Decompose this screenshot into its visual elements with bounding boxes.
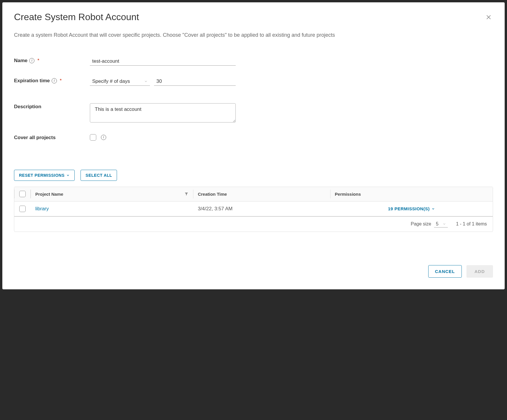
cover-all-input-cell: i (90, 134, 106, 141)
project-link[interactable]: library (35, 206, 49, 212)
chevron-down-icon (66, 174, 70, 177)
page-size-value: 5 (436, 221, 438, 227)
name-input-cell (90, 57, 236, 66)
description-input-cell: This is a test account (90, 103, 236, 123)
name-label-cell: Name i * (14, 57, 90, 64)
form-row-name: Name i * (14, 57, 493, 66)
info-icon[interactable]: i (52, 78, 57, 83)
expiration-type-select[interactable]: Specify # of days (90, 77, 150, 86)
table-row: library 3/4/22, 3:57 AM 19 PERMISSION(S) (14, 202, 493, 217)
modal-footer: CANCEL ADD (14, 253, 493, 278)
chevron-down-icon (443, 222, 446, 226)
header-checkbox-cell (14, 187, 31, 201)
table-header: Project Name Creation Time Permissions (14, 187, 493, 202)
header-creation-time-label: Creation Time (198, 192, 227, 197)
projects-table: Project Name Creation Time Permissions l… (14, 187, 493, 232)
create-robot-account-modal: Create System Robot Account Create a sys… (2, 2, 505, 289)
description-label: Description (14, 104, 41, 110)
info-icon[interactable]: i (29, 58, 34, 63)
expiration-type-value: Specify # of days (92, 78, 144, 84)
cover-all-label: Cover all projects (14, 135, 56, 141)
table-footer: Page size 5 1 - 1 of 1 items (14, 217, 493, 232)
form-row-expiration: Expiration time i * Specify # of days (14, 77, 493, 86)
required-indicator: * (37, 58, 39, 64)
header-permissions[interactable]: Permissions (330, 187, 493, 201)
name-input[interactable] (90, 57, 236, 66)
chevron-down-icon (431, 207, 435, 211)
required-indicator: * (60, 78, 62, 84)
header-permissions-label: Permissions (335, 192, 361, 197)
info-icon[interactable]: i (101, 135, 106, 140)
cover-all-label-cell: Cover all projects (14, 134, 90, 141)
cancel-button[interactable]: CANCEL (428, 265, 462, 278)
reset-permissions-label: RESET PERMISSIONS (19, 173, 64, 178)
header-project-name[interactable]: Project Name (31, 187, 193, 201)
header-creation-time[interactable]: Creation Time (193, 187, 330, 201)
row-checkbox[interactable] (19, 206, 26, 212)
row-project-name: library (31, 202, 193, 216)
modal-title: Create System Robot Account (14, 12, 139, 22)
modal-header: Create System Robot Account (14, 12, 493, 22)
reset-permissions-button[interactable]: RESET PERMISSIONS (14, 170, 75, 181)
expiration-label: Expiration time (14, 78, 50, 84)
filter-icon[interactable] (184, 192, 188, 196)
header-project-name-label: Project Name (35, 192, 63, 197)
description-label-cell: Description (14, 103, 90, 110)
add-button[interactable]: ADD (466, 265, 493, 278)
permissions-toolbar: RESET PERMISSIONS SELECT ALL (14, 170, 493, 181)
page-size-select[interactable]: 5 (434, 221, 448, 228)
select-all-label: SELECT ALL (85, 173, 112, 178)
page-size-control: Page size 5 (411, 221, 448, 228)
select-all-button[interactable]: SELECT ALL (81, 170, 117, 181)
select-all-rows-checkbox[interactable] (19, 191, 26, 197)
page-size-label: Page size (411, 221, 431, 227)
name-label: Name (14, 58, 27, 64)
form-row-description: Description This is a test account (14, 103, 493, 123)
chevron-down-icon (144, 80, 148, 83)
expiration-label-cell: Expiration time i * (14, 77, 90, 84)
form-row-cover-all: Cover all projects i (14, 134, 493, 141)
close-icon (485, 14, 492, 20)
row-permissions-dropdown[interactable]: 19 PERMISSION(S) (330, 202, 493, 216)
row-checkbox-cell (14, 202, 31, 216)
expiration-days-input[interactable] (154, 77, 236, 86)
close-button[interactable] (484, 13, 493, 22)
cover-all-checkbox[interactable] (90, 134, 96, 141)
expiration-input-cell: Specify # of days (90, 77, 236, 86)
row-permissions-label: 19 PERMISSION(S) (388, 206, 430, 211)
row-creation-time: 3/4/22, 3:57 AM (193, 202, 330, 216)
description-textarea[interactable]: This is a test account (90, 103, 236, 123)
modal-subtitle: Create a system Robot Account that will … (14, 31, 493, 40)
pagination-range: 1 - 1 of 1 items (456, 221, 487, 227)
